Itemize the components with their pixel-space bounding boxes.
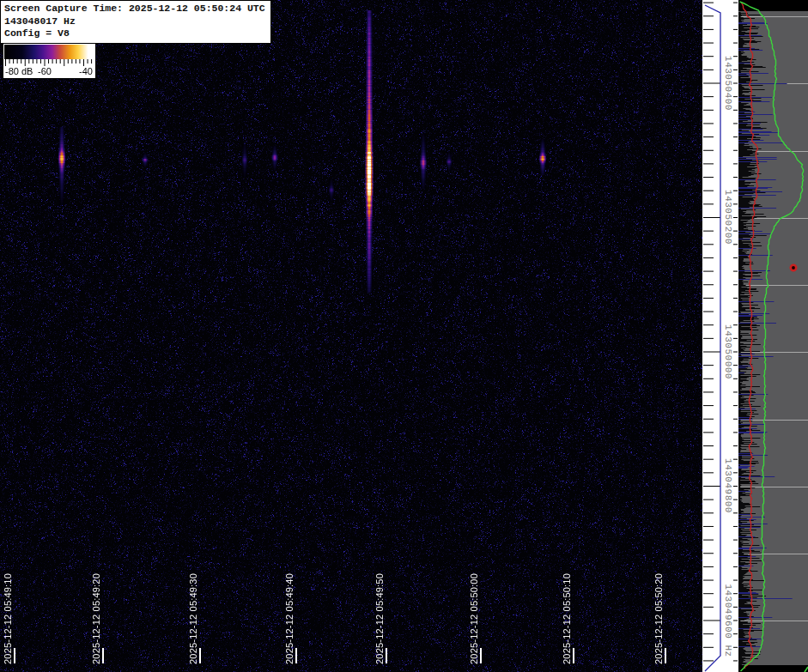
frequency-axis-label: 143050400 [723, 56, 733, 111]
frequency-axis-label: 143049600 Hz [723, 584, 733, 657]
frequency-axis[interactable]: 1430504001430502001430500001430498001430… [702, 0, 738, 672]
colorbar-legend: -80 dB -60 -40 [3, 43, 96, 79]
frequency-axis-label: 143049800 [723, 458, 733, 513]
spectrum-panel[interactable] [738, 0, 808, 672]
capture-time-line: Screen Capture Time: 2025-12-12 05:50:24… [4, 3, 265, 15]
spectrum-capture-screen: 2025-12-12 05:49:102025-12-12 05:49:2020… [0, 0, 808, 672]
colorbar-label-mid: -60 [38, 66, 52, 76]
capture-frequency-line: 143048017 Hz [4, 15, 265, 28]
colorbar-label-max: -40 [79, 66, 93, 76]
capture-config-line: Config = V8 [4, 27, 265, 40]
colorbar-label-min: -80 dB [5, 66, 33, 76]
frequency-axis-label: 143050000 [723, 324, 733, 379]
colorbar-gradient [4, 45, 94, 59]
frequency-axis-label: 143050200 [723, 190, 733, 245]
waterfall-spectrogram[interactable] [0, 0, 702, 672]
capture-info-box: Screen Capture Time: 2025-12-12 05:50:24… [0, 0, 271, 44]
colorbar-labels: -80 dB -60 -40 [4, 66, 94, 78]
